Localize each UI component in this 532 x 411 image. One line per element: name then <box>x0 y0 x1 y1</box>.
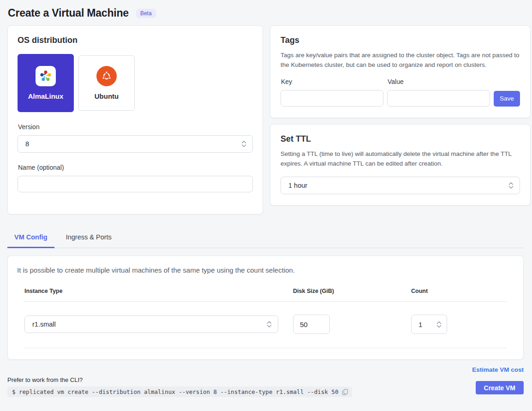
version-label: Version <box>18 123 253 131</box>
chevron-updown-icon <box>267 321 272 328</box>
estimate-vm-cost-link[interactable]: Estimate VM cost <box>472 366 524 373</box>
tag-key-field: Key <box>281 78 383 107</box>
copy-icon[interactable] <box>342 389 348 395</box>
cli-command-text: $ replicated vm create --distribution al… <box>12 388 338 395</box>
vm-config-description: It is possible to create multiple virtua… <box>17 266 514 274</box>
os-card-title: OS distribution <box>18 36 253 45</box>
chevron-updown-icon <box>508 181 514 189</box>
os-option-almalinux[interactable]: AlmaLinux <box>18 54 74 112</box>
tag-value-input[interactable] <box>387 90 490 107</box>
disk-size-cell <box>293 315 411 334</box>
count-value: 1 <box>418 321 422 328</box>
config-tabs: VM Config Ingress & Ports <box>7 229 524 248</box>
tags-card: Tags Tags are key/value pairs that are a… <box>270 25 531 118</box>
ttl-select[interactable]: 1 hour <box>281 177 520 194</box>
version-select[interactable]: 8 <box>18 135 253 153</box>
count-stepper[interactable]: 1 <box>411 315 447 334</box>
name-input[interactable] <box>18 176 253 192</box>
save-tag-button[interactable]: Save <box>494 91 520 107</box>
ttl-select-value: 1 hour <box>288 182 307 189</box>
set-ttl-card: Set TTL Setting a TTL (time to live) wil… <box>270 124 531 206</box>
cli-command-block: $ replicated vm create --distribution al… <box>7 387 352 397</box>
instance-type-select[interactable]: r1.small <box>24 316 278 333</box>
vm-table-header: Instance Type Disk Size (GiB) Count <box>24 288 507 302</box>
ttl-description: Setting a TTL (time to live) will automa… <box>281 149 520 169</box>
cli-prompt-label: Prefer to work from the CLI? <box>7 376 352 383</box>
tab-vm-config[interactable]: VM Config <box>7 229 54 248</box>
tag-value-field: Value <box>387 78 490 107</box>
estimate-row: Estimate VM cost <box>7 366 524 373</box>
version-select-value: 8 <box>25 140 29 148</box>
tag-value-label: Value <box>388 78 490 85</box>
tag-key-input[interactable] <box>281 90 383 107</box>
vm-table: Instance Type Disk Size (GiB) Count r1.s… <box>24 288 507 348</box>
page-header: Create a Virtual Machine Beta <box>7 0 524 25</box>
beta-badge: Beta <box>136 9 156 18</box>
tab-ingress-ports[interactable]: Ingress & Ports <box>59 229 119 248</box>
top-cards: OS distribution <box>7 25 524 214</box>
os-option-label: AlmaLinux <box>28 92 64 100</box>
chevron-updown-icon <box>241 140 246 148</box>
column-disk-size: Disk Size (GiB) <box>293 288 411 294</box>
footer-row: Prefer to work from the CLI? $ replicate… <box>7 376 524 397</box>
column-instance-type: Instance Type <box>24 288 293 294</box>
os-option-ubuntu[interactable]: Ubuntu <box>78 55 135 111</box>
ubuntu-logo-icon <box>96 66 117 86</box>
cli-block: Prefer to work from the CLI? $ replicate… <box>7 376 352 397</box>
os-options: AlmaLinux Ubuntu <box>18 54 253 112</box>
instance-type-value: r1.small <box>32 321 56 328</box>
name-label: Name (optional) <box>18 164 253 171</box>
tag-key-value-row: Key Value Save <box>281 78 520 107</box>
vm-config-card: It is possible to create multiple virtua… <box>7 256 524 360</box>
page-title: Create a Virtual Machine <box>8 7 129 19</box>
column-count: Count <box>411 288 507 294</box>
create-vm-page: Create a Virtual Machine Beta OS distrib… <box>0 0 532 397</box>
almalinux-logo-icon <box>36 66 56 86</box>
tag-key-label: Key <box>281 78 383 85</box>
os-option-label: Ubuntu <box>95 92 119 100</box>
ttl-card-title: Set TTL <box>281 134 520 144</box>
vm-table-row: r1.small 1 <box>24 302 507 348</box>
instance-type-cell: r1.small <box>24 316 293 333</box>
right-column: Tags Tags are key/value pairs that are a… <box>270 25 531 206</box>
count-cell: 1 <box>411 315 507 334</box>
os-distribution-card: OS distribution <box>7 25 263 214</box>
create-vm-button[interactable]: Create VM <box>476 381 524 394</box>
tags-card-title: Tags <box>281 36 520 45</box>
tags-description: Tags are key/value pairs that are assign… <box>281 51 520 70</box>
disk-size-input[interactable] <box>293 315 330 334</box>
chevron-updown-icon <box>436 321 442 328</box>
